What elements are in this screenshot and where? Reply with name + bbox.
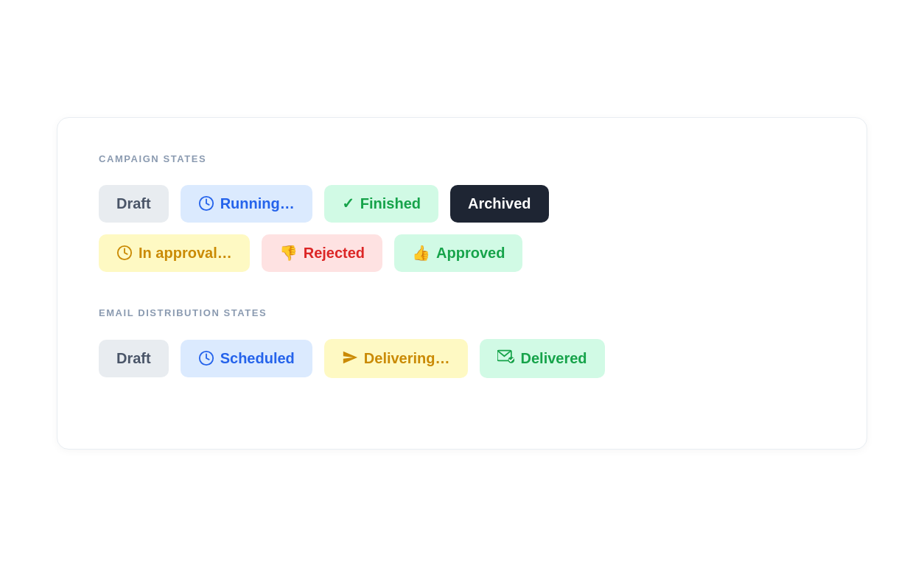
- envelope-check-icon: [497, 349, 515, 368]
- running-label: Running…: [220, 195, 295, 212]
- badge-finished: ✓ Finished: [324, 185, 438, 223]
- email-distribution-states-title: EMAIL DISTRIBUTION STATES: [99, 307, 825, 318]
- campaign-states-section: CAMPAIGN STATES Draft Running… ✓ Finis: [99, 153, 825, 272]
- thumbs-down-icon: 👎: [279, 245, 298, 260]
- badge-in-approval: In approval…: [99, 234, 250, 272]
- check-icon: ✓: [342, 196, 354, 211]
- finished-label: Finished: [360, 195, 421, 212]
- email-distribution-states-section: EMAIL DISTRIBUTION STATES Draft Schedule…: [99, 307, 825, 378]
- scheduled-label: Scheduled: [220, 350, 295, 367]
- draft-label: Draft: [116, 195, 151, 212]
- campaign-states-badges: Draft Running… ✓ Finished Archived: [99, 185, 825, 223]
- badge-running: Running…: [181, 185, 312, 223]
- badge-draft-email: Draft: [99, 340, 169, 377]
- badge-rejected: 👎 Rejected: [262, 234, 382, 272]
- paper-plane-icon: [342, 349, 358, 368]
- email-distribution-badges: Draft Scheduled Deliv: [99, 339, 825, 378]
- approved-label: Approved: [436, 245, 505, 262]
- campaign-states-title: CAMPAIGN STATES: [99, 153, 825, 164]
- draft-email-label: Draft: [116, 350, 151, 367]
- clock-scheduled-icon: [198, 350, 214, 367]
- in-approval-label: In approval…: [139, 245, 232, 262]
- badge-delivering: Delivering…: [324, 339, 468, 378]
- badge-delivered: Delivered: [480, 339, 605, 378]
- delivered-label: Delivered: [521, 350, 587, 367]
- badge-approved: 👍 Approved: [394, 234, 522, 272]
- badge-scheduled: Scheduled: [181, 340, 312, 377]
- delivering-label: Delivering…: [364, 350, 450, 367]
- clock-yellow-icon: [116, 245, 133, 262]
- campaign-states-badges-row2: In approval… 👎 Rejected 👍 Approved: [99, 234, 825, 272]
- archived-label: Archived: [468, 195, 531, 212]
- badge-archived: Archived: [450, 185, 549, 223]
- badge-draft: Draft: [99, 185, 169, 223]
- rejected-label: Rejected: [304, 245, 365, 262]
- clock-icon: [198, 195, 214, 212]
- main-container: CAMPAIGN STATES Draft Running… ✓ Finis: [57, 117, 867, 450]
- thumbs-up-icon: 👍: [412, 245, 430, 260]
